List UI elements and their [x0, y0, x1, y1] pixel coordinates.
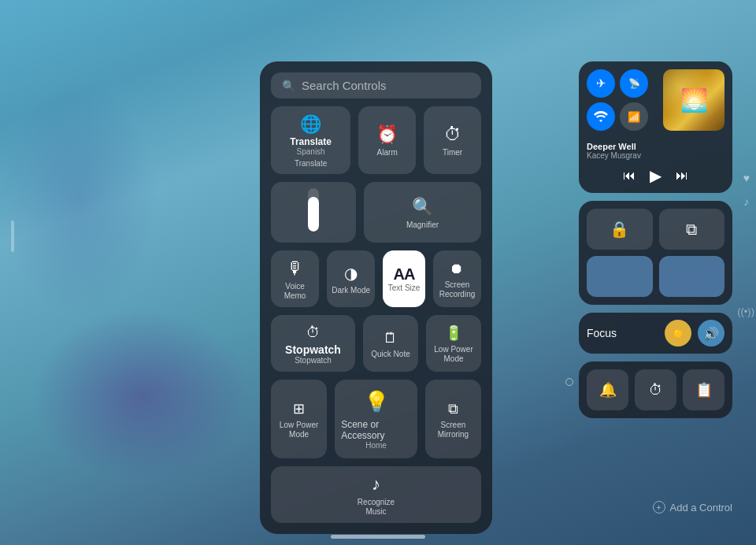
add-control-label: Add a Control	[670, 502, 733, 513]
wifi-signal-icon: ((•))	[737, 306, 754, 317]
screen-mirroring-tile[interactable]: ⧉ ScreenMirroring	[425, 380, 481, 458]
scan-code-label: Low Power Mode	[276, 421, 322, 439]
media-info: Deeper Well Kacey Musgrav	[579, 139, 732, 161]
timer-icon: ⏱	[444, 124, 461, 145]
row-6: ♪ RecognizeMusic	[271, 466, 481, 523]
media-icon-row-1: ✈ 📡	[587, 69, 658, 98]
stopwatch-title: Stopwatch	[285, 343, 341, 356]
screen-mirroring-icon: ⧉	[448, 401, 458, 417]
magnifier-tile[interactable]: 🔍 Magnifier	[364, 182, 481, 243]
screen-recording-tile[interactable]: ⏺ Screen Recording	[433, 250, 481, 307]
translate-label: Translate	[295, 159, 327, 168]
bell-icon: 🔔	[599, 381, 617, 399]
recognize-music-tile[interactable]: ♪ RecognizeMusic	[271, 466, 481, 523]
scan-code-icon: ⊞	[293, 400, 305, 417]
media-artist: Kacey Musgrav	[587, 151, 724, 160]
timer-tile[interactable]: ⏱ Timer	[424, 106, 481, 174]
row-3: 🎙 Voice Memo ◑ Dark Mode AA Text Size ⏺ …	[271, 250, 481, 307]
text-size-icon: AA	[394, 265, 415, 284]
slider-fill	[308, 197, 319, 232]
focus-label: Focus	[587, 327, 658, 339]
album-art: 🌅	[663, 69, 724, 131]
timer2-icon: ⏱	[649, 382, 663, 399]
scan-code-tile[interactable]: ⊞ Low Power Mode	[271, 380, 327, 458]
row-4: ⏱ Stopwatch Stopwatch 🗒 Quick Note 🔋 Low…	[271, 315, 481, 372]
vol-bar-2[interactable]	[659, 256, 725, 297]
screen-mirror-tile[interactable]: ⧉	[659, 209, 725, 250]
recognize-music-label: RecognizeMusic	[358, 498, 395, 517]
media-top: ✈ 📡 📶 🌅	[579, 61, 732, 139]
airplane-button[interactable]: ✈	[587, 69, 615, 98]
bluetooth-button[interactable]: 📶	[620, 102, 648, 131]
media-card: ✈ 📡 📶 🌅 Deeper W	[579, 61, 732, 193]
ipad-frame: 🔍 🌐 Translate Spanish Translate ⏰ Alarm …	[0, 0, 756, 545]
lock-rotation-icon: 🔒	[610, 220, 629, 239]
slider-track	[308, 188, 319, 232]
scene-icon: 💡	[364, 390, 389, 414]
row-2: 🔍 Magnifier	[271, 182, 481, 243]
alarm-tile[interactable]: ⏰ Alarm	[358, 106, 416, 174]
brightness-slider[interactable]	[271, 182, 356, 243]
voice-memo-tile[interactable]: 🎙 Voice Memo	[271, 250, 319, 307]
stopwatch-tile[interactable]: ⏱ Stopwatch Stopwatch	[271, 315, 355, 372]
stopwatch-icon: ⏱	[306, 324, 321, 341]
wifi-button[interactable]	[587, 102, 615, 131]
sound-icon: 🔊	[703, 326, 719, 341]
text-size-tile[interactable]: AA Text Size	[383, 250, 425, 307]
prev-button[interactable]: ⏮	[623, 169, 636, 183]
add-control[interactable]: + Add a Control	[653, 501, 733, 513]
notes-icon: 📋	[695, 381, 713, 399]
bell-tile[interactable]: 🔔	[587, 369, 628, 410]
heart-icon: ♥	[743, 172, 750, 184]
right-panel: ✈ 📡 📶 🌅 Deeper W	[579, 61, 732, 418]
bg-shape2	[0, 79, 158, 315]
airdrop-button[interactable]: 📡	[620, 69, 648, 98]
dark-mode-tile[interactable]: ◑ Dark Mode	[327, 250, 375, 307]
screen-recording-label: Screen Recording	[439, 280, 476, 299]
low-power-label: Low PowerMode	[434, 345, 472, 364]
quick-note-icon: 🗒	[384, 330, 398, 347]
scene-title: Scene or Accessory	[341, 419, 411, 441]
alarm-label: Alarm	[377, 148, 398, 158]
screen-mirroring-label: ScreenMirroring	[438, 421, 469, 439]
quick-note-tile[interactable]: 🗒 Quick Note	[363, 315, 418, 372]
control-panel: 🔍 🌐 Translate Spanish Translate ⏰ Alarm …	[260, 61, 492, 534]
search-bar[interactable]: 🔍	[271, 72, 481, 98]
left-volume-indicator	[11, 221, 14, 252]
dark-mode-icon: ◑	[344, 264, 358, 283]
text-size-label: Text Size	[388, 284, 421, 292]
translate-icon: 🌐	[300, 114, 321, 135]
translate-subtitle: Spanish	[297, 147, 325, 156]
magnifier-icon: 🔍	[412, 197, 433, 217]
timer-label: Timer	[443, 148, 462, 158]
timer2-tile[interactable]: ⏱	[635, 369, 676, 410]
notes-tile[interactable]: 📋	[683, 369, 724, 410]
lock-rotation-tile[interactable]: 🔒	[587, 209, 653, 250]
focus-sun-toggle[interactable]: ☀️	[665, 320, 691, 347]
scene-accessory-tile[interactable]: 💡 Scene or Accessory Home	[335, 380, 417, 458]
translate-tile[interactable]: 🌐 Translate Spanish Translate	[271, 106, 350, 174]
focus-row: Focus ☀️ 🔊	[579, 313, 732, 354]
music-icon: ♪	[743, 195, 749, 208]
search-input[interactable]	[302, 79, 470, 92]
focus-sound-toggle[interactable]: 🔊	[698, 320, 724, 347]
bottom-right-grid: 🔔 ⏱ 📋	[579, 361, 732, 418]
screen-mirror-icon: ⧉	[686, 221, 697, 239]
album-art-inner: 🌅	[663, 69, 724, 131]
vol-bar-1[interactable]	[587, 256, 653, 297]
row-5: ⊞ Low Power Mode 💡 Scene or Accessory Ho…	[271, 380, 481, 458]
stopwatch-label: Stopwatch	[295, 356, 332, 365]
voice-memo-label: Voice Memo	[276, 282, 314, 301]
dark-mode-label: Dark Mode	[332, 286, 370, 295]
media-title: Deeper Well	[587, 142, 724, 151]
bg-shape1	[32, 309, 252, 482]
home-indicator	[331, 535, 425, 539]
play-button[interactable]: ▶	[650, 166, 662, 185]
scene-label: Home	[365, 441, 387, 450]
side-ring	[565, 378, 573, 386]
next-button[interactable]: ⏭	[676, 169, 688, 183]
right-grid: 🔒 ⧉	[579, 201, 732, 305]
low-power-icon: 🔋	[445, 324, 462, 342]
media-controls: ⏮ ▶ ⏭	[579, 161, 732, 193]
low-power-tile[interactable]: 🔋 Low PowerMode	[426, 315, 481, 372]
